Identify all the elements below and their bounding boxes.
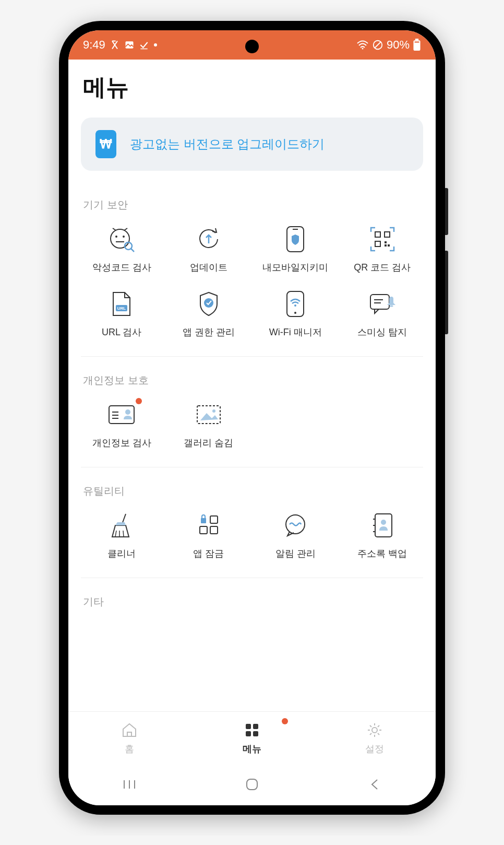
svg-line-43 [115,531,116,537]
tile-label: 갤러리 숨김 [184,437,233,449]
svg-rect-24 [385,244,387,247]
svg-rect-57 [253,724,258,729]
system-back-button[interactable] [359,778,390,791]
tile-app-lock[interactable]: 앱 잠금 [168,511,250,560]
tile-app-permission[interactable]: 앱 권한 관리 [168,289,250,338]
malware-face-icon [107,225,136,254]
dot-status-icon [153,43,158,47]
side-button [445,188,448,235]
update-circle-arrow-icon [194,225,223,254]
no-signal-icon [372,39,383,51]
tile-smishing[interactable]: 스미싱 탐지 [342,289,424,338]
tile-url-scan[interactable]: URL URL 검사 [81,289,163,338]
tile-contacts-backup[interactable]: 주소록 백업 [342,511,424,560]
notification-badge [136,398,142,404]
tile-privacy-scan[interactable]: 개인정보 검사 [81,400,163,449]
phone-shield-icon [281,225,310,254]
nav-menu[interactable]: 메뉴 [191,712,314,764]
svg-point-30 [294,304,296,307]
svg-line-11 [124,228,127,230]
upgrade-banner[interactable]: ₩ 광고없는 버전으로 업그레이드하기 [81,118,423,171]
svg-rect-23 [388,244,390,247]
svg-point-12 [115,236,117,238]
section-device-security: 기기 보안 악성코드 검사 업데이트 [81,192,423,357]
speech-bubble-icon [281,511,310,540]
section-title: 기기 보안 [81,192,423,225]
svg-rect-56 [246,724,251,729]
url-file-icon: URL [107,289,136,319]
tile-label: 클리너 [107,547,136,560]
content-area[interactable]: 메뉴 ₩ 광고없는 버전으로 업그레이드하기 기기 보안 악성코드 검사 [68,60,436,711]
svg-rect-51 [375,514,392,537]
svg-rect-22 [385,241,387,243]
svg-point-41 [212,409,215,413]
battery-icon [413,39,421,51]
tile-cleaner[interactable]: 클리너 [81,511,163,560]
system-recent-button[interactable] [114,778,145,791]
tile-label: 악성코드 검사 [92,261,151,274]
tile-update[interactable]: 업데이트 [168,225,250,274]
nav-label: 메뉴 [243,743,261,755]
tile-label: Wi-Fi 매니저 [269,326,322,338]
svg-line-45 [123,531,124,537]
svg-text:URL: URL [117,306,126,311]
system-nav-bar [68,764,436,805]
system-home-button[interactable] [236,778,268,791]
hidden-picture-icon [194,400,223,429]
svg-rect-64 [247,779,257,790]
tile-wifi-manager[interactable]: Wi-Fi 매니저 [255,289,337,338]
gear-icon [365,721,384,740]
wifi-status-icon [356,40,369,50]
broom-cleaner-icon [107,511,136,540]
camera-punch [245,40,259,53]
section-utility: 유틸리티 클리너 앱 잠금 [81,478,423,578]
section-title: 유틸리티 [81,478,423,511]
tile-qr-scan[interactable]: QR 코드 검사 [342,225,424,274]
svg-rect-59 [253,731,258,736]
svg-point-27 [204,298,213,308]
nav-label: 홈 [125,743,134,755]
page-title: 메뉴 [81,60,423,118]
svg-point-55 [381,520,386,525]
tile-label: 스미싱 탐지 [357,326,407,338]
home-icon [120,721,139,740]
nav-settings[interactable]: 설정 [313,712,436,764]
svg-point-2 [154,43,157,46]
svg-point-29 [294,312,296,314]
tile-mobile-guard[interactable]: 내모바일지키미 [255,225,337,274]
svg-rect-7 [415,39,419,40]
svg-point-3 [362,48,363,50]
tile-label: 알림 관리 [275,547,316,560]
svg-rect-58 [246,731,251,736]
svg-line-16 [131,249,134,252]
svg-point-9 [111,229,129,248]
svg-rect-19 [375,232,380,237]
nav-home[interactable]: 홈 [68,712,191,764]
notification-badge [282,718,288,724]
screen: 9:49 [68,30,436,805]
qr-code-icon [368,225,397,254]
svg-rect-48 [210,516,218,523]
tile-label: 앱 잠금 [193,547,224,560]
won-currency-icon: ₩ [95,130,116,158]
nav-label: 설정 [365,743,384,755]
section-title: 기타 [81,589,423,621]
antivirus-status-icon [110,40,120,50]
svg-rect-47 [210,526,218,534]
tile-notification-manage[interactable]: 알림 관리 [255,511,337,560]
tile-label: QR 코드 검사 [354,261,411,274]
svg-rect-20 [385,232,390,237]
phone-frame: 9:49 [59,21,445,815]
svg-point-60 [372,727,377,733]
svg-rect-31 [370,295,389,309]
divider [81,356,423,357]
app-bottom-nav: 홈 메뉴 설정 [68,711,436,764]
image-status-icon [124,40,135,50]
shield-check-icon [194,289,223,319]
tile-malware-scan[interactable]: 악성코드 검사 [81,225,163,274]
upgrade-text: 광고없는 버전으로 업그레이드하기 [130,136,325,152]
tile-gallery-hide[interactable]: 갤러리 숨김 [168,400,250,449]
side-button [445,251,448,334]
section-privacy: 개인정보 보호 개인정보 검사 갤러리 숨김 [81,367,423,467]
section-title: 개인정보 보호 [81,367,423,400]
